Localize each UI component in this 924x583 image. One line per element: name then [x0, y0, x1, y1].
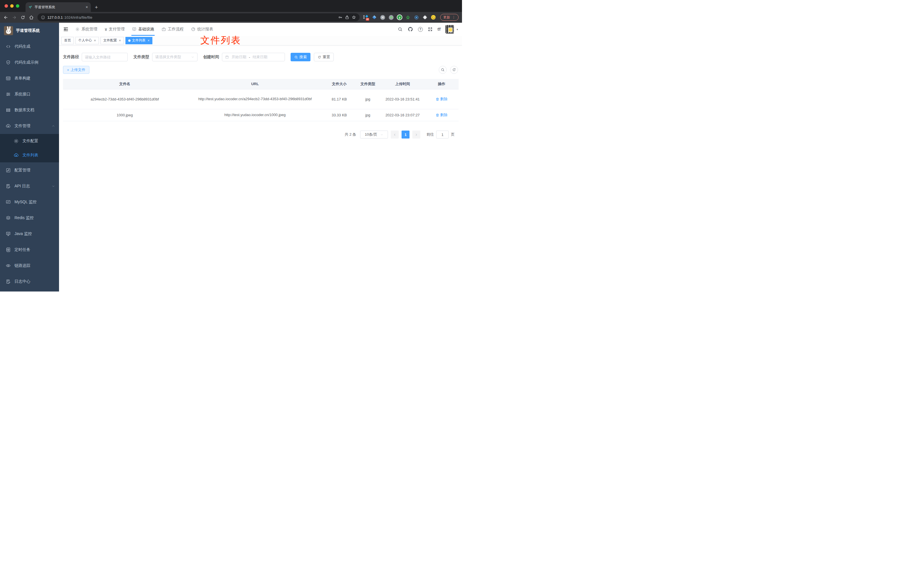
- site-info-icon[interactable]: [41, 15, 45, 20]
- sidebar-item-log-center[interactable]: 日志中心: [0, 274, 59, 289]
- extension-command-icon[interactable]: ⌘: [380, 15, 385, 20]
- dashboard-icon: [191, 27, 196, 31]
- extension-kite-icon[interactable]: [372, 15, 376, 20]
- nav-menu-infrastructure[interactable]: 基础设施: [128, 23, 158, 36]
- filter-bar: 文件路径 文件类型 请选择文件类型 创建时间 开始日期 - 结束日期: [63, 53, 462, 61]
- current-page-button[interactable]: 1: [401, 130, 409, 139]
- table-row: a294ecb2-73dd-4353-bf40-296b8931d0bf htt…: [63, 89, 459, 109]
- prev-page-button[interactable]: ‹: [391, 130, 399, 139]
- browser-menu-kebab-icon[interactable]: ⋮: [452, 15, 455, 19]
- cell-url: http://test.yudao.iocoder.cn/1000.jpeg: [186, 112, 323, 118]
- update-chip[interactable]: 更新 ⋮: [440, 14, 459, 21]
- forward-icon[interactable]: [12, 15, 17, 20]
- sidebar-item-api-log[interactable]: API 日志: [0, 178, 59, 194]
- active-tag-dot: [128, 40, 130, 42]
- sidebar-item-redis-monitor[interactable]: Redis 监控: [0, 210, 59, 226]
- avatar-caret-down-icon[interactable]: ▾: [457, 28, 458, 31]
- sidebar-item-config-management[interactable]: 配置管理: [0, 162, 59, 178]
- font-size-icon[interactable]: tT: [437, 27, 441, 31]
- nav-menu-workflow[interactable]: 工作流程: [158, 23, 187, 36]
- extensions-puzzle-icon[interactable]: [422, 15, 427, 20]
- delete-link[interactable]: 删除: [436, 112, 447, 117]
- upload-file-button[interactable]: + 上传文件: [63, 66, 89, 74]
- tags-view: 首页 个人中心 × 文件配置 × 文件列表 ×: [59, 36, 462, 45]
- page-size-select[interactable]: 10条/页: [360, 130, 388, 139]
- nav-menu-system[interactable]: 系统管理: [71, 23, 101, 36]
- extension-y-icon[interactable]: y: [397, 15, 402, 20]
- user-avatar-qr[interactable]: [446, 25, 454, 33]
- new-tab-button[interactable]: +: [95, 5, 98, 10]
- delete-link[interactable]: 删除: [436, 96, 447, 102]
- sidebar-item-mysql-monitor[interactable]: MySQL 监控: [0, 194, 59, 210]
- bookmark-star-icon[interactable]: [351, 15, 356, 20]
- fullscreen-icon[interactable]: [428, 27, 433, 32]
- sidebar-item-java-monitor[interactable]: Java 监控: [0, 226, 59, 242]
- tag-home[interactable]: 首页: [61, 37, 74, 44]
- layers-icon: [6, 215, 11, 221]
- chevron-down-icon: [380, 133, 383, 136]
- nav-menu-payment[interactable]: ¥ 支付管理: [101, 23, 128, 36]
- timer-notebook-icon: [6, 247, 11, 252]
- extension-eye-icon[interactable]: [414, 15, 419, 20]
- sidebar-item-scheduled-tasks[interactable]: 定时任务: [0, 242, 59, 258]
- tag-file-config[interactable]: 文件配置 ×: [101, 37, 124, 44]
- reload-icon[interactable]: [20, 15, 25, 20]
- sidebar-item-file-management[interactable]: 文件管理: [0, 118, 59, 134]
- sidebar-item-system-api[interactable]: 系统接口: [0, 86, 59, 102]
- sidebar: 芋道管理系统 代码生成 代码生成示例 表单构建 系统接口 数据库文档 文件管理 …: [0, 23, 59, 292]
- table-row: 1000.jpeg http://test.yudao.iocoder.cn/1…: [63, 109, 459, 121]
- zoom-window-button[interactable]: [16, 4, 19, 8]
- reset-button[interactable]: 重置: [314, 53, 334, 61]
- sidebar-item-tracing[interactable]: 链路追踪: [0, 258, 59, 274]
- profile-emoji-icon[interactable]: [431, 15, 436, 20]
- home-icon[interactable]: [29, 15, 34, 20]
- file-type-select[interactable]: 请选择文件类型: [152, 53, 198, 61]
- github-icon[interactable]: [408, 26, 413, 32]
- help-icon[interactable]: ?: [418, 27, 423, 32]
- back-icon[interactable]: [3, 15, 8, 20]
- page-content: 文件路径 文件类型 请选择文件类型 创建时间 开始日期 - 结束日期: [59, 45, 462, 139]
- yen-icon: ¥: [105, 27, 107, 32]
- page-jump-input[interactable]: [436, 130, 449, 139]
- toggle-search-button[interactable]: [439, 66, 447, 74]
- table-icon: [6, 76, 11, 81]
- next-page-button[interactable]: ›: [412, 130, 420, 139]
- extension-star-icon[interactable]: [406, 15, 410, 20]
- sidebar-item-file-list[interactable]: 文件列表: [0, 148, 59, 162]
- sidebar-item-code-gen-example[interactable]: 代码生成示例: [0, 55, 59, 70]
- col-file-size: 文件大小: [323, 81, 355, 87]
- update-label: 更新: [443, 15, 450, 20]
- search-icon[interactable]: [398, 27, 403, 32]
- address-bar[interactable]: 127.0.0.1:1024/infra/file/file: [38, 13, 360, 21]
- share-icon[interactable]: [345, 15, 349, 20]
- app-logo[interactable]: 芋道管理系统: [0, 23, 59, 39]
- file-path-input[interactable]: [82, 53, 128, 61]
- browser-toolbar: 127.0.0.1:1024/infra/file/file 11 ⌘ y 更新: [0, 12, 462, 23]
- extension-tampermonkey-icon[interactable]: 11: [363, 15, 368, 20]
- tag-close-icon[interactable]: ×: [94, 39, 96, 42]
- annotation-overlay-text: 文件列表: [200, 34, 241, 47]
- close-window-button[interactable]: [5, 4, 8, 8]
- tag-file-list[interactable]: 文件列表 ×: [125, 37, 152, 44]
- sidebar-item-code-generation[interactable]: 代码生成: [0, 39, 59, 55]
- sidebar-item-form-builder[interactable]: 表单构建: [0, 70, 59, 86]
- tab-close-icon[interactable]: ×: [86, 5, 88, 9]
- plus-icon: +: [67, 68, 69, 72]
- sidebar-item-file-config[interactable]: 文件配置: [0, 134, 59, 148]
- password-key-icon[interactable]: [338, 15, 343, 20]
- browser-tab[interactable]: 芋道管理系统 ×: [26, 2, 91, 12]
- eye-icon: [6, 263, 11, 268]
- refresh-table-button[interactable]: [450, 66, 458, 74]
- tag-close-icon[interactable]: ×: [119, 39, 121, 42]
- tag-profile[interactable]: 个人中心 ×: [76, 37, 99, 44]
- collapse-sidebar-icon[interactable]: [63, 26, 69, 32]
- search-button[interactable]: 搜索: [290, 53, 310, 61]
- sidebar-item-db-doc[interactable]: 数据库文档: [0, 102, 59, 118]
- cell-file-type: jpg: [355, 97, 381, 101]
- chart-icon: [6, 200, 11, 205]
- tag-close-icon[interactable]: ×: [148, 39, 150, 42]
- minimize-window-button[interactable]: [10, 4, 13, 8]
- date-range-picker[interactable]: 开始日期 - 结束日期: [222, 53, 285, 61]
- extension-dot-icon[interactable]: [389, 15, 394, 20]
- cell-upload-time: 2022-03-16 23:07:27: [381, 113, 424, 117]
